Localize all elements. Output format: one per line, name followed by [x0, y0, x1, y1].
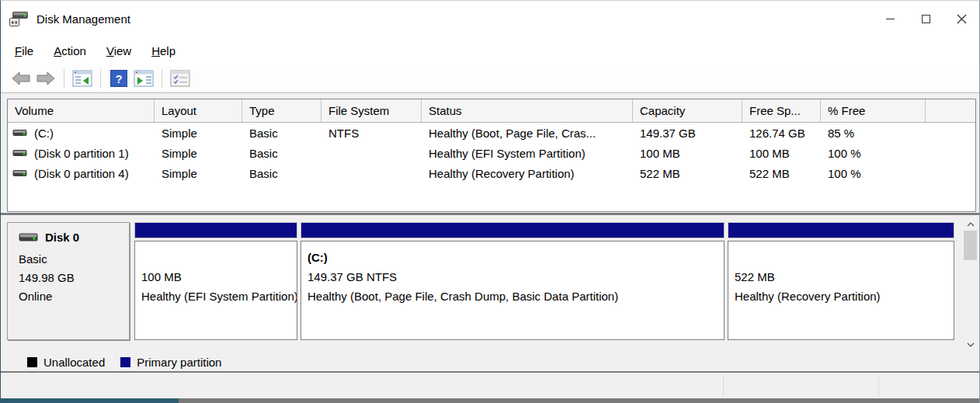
scroll-down-button[interactable] — [964, 338, 977, 351]
volume-name: (Disk 0 partition 4) — [34, 167, 129, 180]
partition-strip: 100 MB Healthy (EFI System Partition) (C… — [134, 222, 954, 340]
partition-size: 149.37 GB NTFS — [308, 267, 724, 287]
close-button[interactable] — [944, 1, 979, 37]
back-button[interactable] — [9, 67, 33, 90]
disk-size: 149.98 GB — [19, 269, 129, 287]
disk-name: Disk 0 — [45, 231, 79, 244]
disk-management-app-icon — [9, 10, 29, 29]
toolbar: ? — [1, 64, 979, 93]
partition-color-bar — [728, 222, 954, 238]
chevron-down-icon — [967, 342, 975, 347]
table-row[interactable]: (Disk 0 partition 4) Simple Basic Health… — [8, 163, 975, 183]
main-area: Volume Layout Type File System Status Ca… — [1, 94, 979, 398]
toolbar-separator — [162, 69, 162, 88]
maximize-button[interactable] — [908, 1, 944, 37]
window-title: Disk Management — [36, 12, 130, 26]
column-header-layout[interactable]: Layout — [155, 99, 242, 122]
cell-layout: Simple — [155, 147, 242, 160]
column-header-capacity[interactable]: Capacity — [633, 99, 742, 122]
forward-arrow-icon — [36, 71, 55, 85]
legend-label: Primary partition — [137, 356, 221, 369]
legend-bar: Unallocated Primary partition — [1, 353, 979, 373]
partition-label — [735, 248, 954, 267]
chevron-up-icon — [967, 222, 975, 227]
column-header-volume[interactable]: Volume — [8, 99, 155, 122]
cell-layout: Simple — [155, 127, 242, 140]
partition-status: Healthy (EFI System Partition) — [141, 287, 297, 306]
close-icon — [957, 14, 967, 24]
partition-recovery[interactable]: 522 MB Healthy (Recovery Partition) — [728, 222, 954, 340]
menu-view[interactable]: View — [106, 41, 141, 61]
table-row[interactable]: (Disk 0 partition 1) Simple Basic Health… — [8, 143, 975, 163]
cell-pct-free: 100 % — [821, 167, 926, 180]
cell-type: Basic — [242, 167, 321, 180]
cell-pct-free: 100 % — [821, 147, 926, 160]
column-header-filler — [926, 99, 975, 122]
column-header-free-space[interactable]: Free Sp... — [742, 99, 821, 122]
toolbar-separator — [100, 69, 101, 88]
column-header-type[interactable]: Type — [242, 99, 321, 122]
pane-splitter[interactable] — [1, 212, 979, 215]
partition-efi[interactable]: 100 MB Healthy (EFI System Partition) — [134, 222, 297, 340]
cell-pct-free: 85 % — [821, 127, 926, 140]
disk-icon — [19, 232, 39, 242]
cell-capacity: 100 MB — [633, 147, 742, 160]
partition-size: 522 MB — [735, 267, 954, 287]
toolbar-separator — [64, 69, 64, 88]
show-console-tree-button[interactable] — [70, 67, 95, 90]
partition-size: 100 MB — [141, 267, 297, 287]
help-icon: ? — [110, 70, 127, 87]
volume-name: (C:) — [34, 127, 54, 140]
column-header-file-system[interactable]: File System — [321, 99, 422, 122]
legend-item-primary-partition: Primary partition — [120, 356, 221, 369]
cell-type: Basic — [242, 147, 321, 160]
menu-bar: File Action View Help — [1, 37, 979, 64]
volume-disk-icon — [12, 149, 28, 157]
vertical-scrollbar[interactable] — [964, 217, 977, 351]
status-bar-separator — [878, 375, 879, 397]
table-row[interactable]: (C:) Simple Basic NTFS Healthy (Boot, Pa… — [8, 123, 975, 143]
cell-free-space: 126.74 GB — [742, 127, 821, 140]
minimize-button[interactable] — [872, 1, 908, 37]
action-pane-icon — [134, 70, 154, 87]
partition-label — [141, 248, 297, 267]
partition-status: Healthy (Boot, Page File, Crash Dump, Ba… — [308, 287, 724, 306]
show-action-pane-button[interactable] — [131, 67, 156, 90]
disk-status: Online — [19, 287, 129, 306]
column-header-status[interactable]: Status — [422, 99, 633, 122]
properties-checklist-icon — [170, 70, 190, 87]
help-button[interactable]: ? — [106, 67, 131, 90]
cell-status: Healthy (Boot, Page File, Cras... — [422, 127, 633, 140]
disk0-info-box[interactable]: Disk 0 Basic 149.98 GB Online — [7, 222, 130, 340]
legend-label: Unallocated — [43, 356, 105, 369]
partition-color-bar — [134, 222, 297, 238]
menu-action[interactable]: Action — [54, 41, 96, 61]
disk-type: Basic — [19, 250, 129, 269]
cell-free-space: 100 MB — [742, 147, 821, 160]
legend-item-unallocated: Unallocated — [27, 356, 105, 369]
back-arrow-icon — [12, 71, 30, 85]
console-tree-icon — [72, 70, 92, 87]
unallocated-swatch — [27, 357, 37, 367]
minimize-icon — [886, 19, 895, 19]
scroll-up-button[interactable] — [964, 217, 977, 231]
window-controls — [872, 1, 979, 37]
cell-capacity: 522 MB — [633, 167, 742, 180]
partition-label: (C:) — [308, 248, 724, 267]
volume-list-header: Volume Layout Type File System Status Ca… — [8, 99, 975, 123]
scrollbar-thumb[interactable] — [964, 231, 977, 260]
cell-free-space: 522 MB — [742, 167, 821, 180]
partition-status: Healthy (Recovery Partition) — [735, 287, 954, 306]
forward-button[interactable] — [33, 67, 58, 90]
primary-partition-swatch — [120, 357, 130, 367]
properties-button[interactable] — [168, 67, 193, 90]
partition-c-drive[interactable]: (C:) 149.37 GB NTFS Healthy (Boot, Page … — [301, 222, 725, 340]
graphical-view-pane: Disk 0 Basic 149.98 GB Online 100 MB Hea… — [1, 216, 979, 353]
cell-file-system: NTFS — [321, 127, 422, 140]
menu-file[interactable]: File — [15, 41, 43, 61]
taskbar-edge-highlight — [1, 398, 179, 403]
menu-help[interactable]: Help — [151, 41, 185, 61]
status-bar — [1, 373, 979, 398]
volume-disk-icon — [12, 169, 28, 177]
column-header-pct-free[interactable]: % Free — [821, 99, 926, 122]
